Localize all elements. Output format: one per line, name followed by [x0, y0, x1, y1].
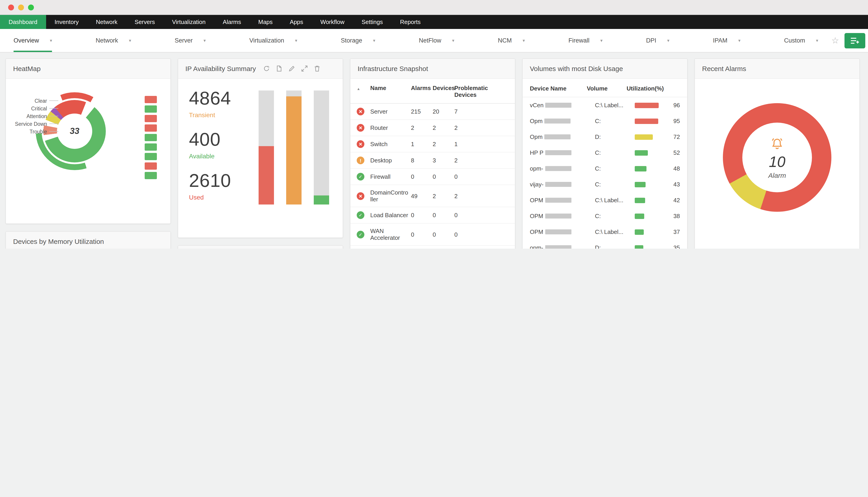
dashboard-tab[interactable]: Firewall ▾ — [569, 29, 603, 52]
chevron-down-icon[interactable]: ▾ — [816, 38, 818, 43]
table-row[interactable]: WAN Accelerator 0 0 0 — [350, 224, 515, 246]
dashboard-tab[interactable]: DPI ▾ — [646, 29, 669, 52]
table-row[interactable]: Wireless 0 0 0 — [350, 246, 515, 248]
main-nav-tab[interactable]: Network — [87, 15, 126, 29]
delete-icon[interactable] — [314, 65, 321, 72]
zoom-window-button[interactable] — [28, 4, 34, 10]
card-title: HeatMap — [13, 65, 41, 72]
table-row[interactable]: DomainController 49 2 2 — [350, 185, 515, 207]
table-row[interactable]: HP P C: 52 — [523, 145, 687, 161]
table-row[interactable]: Router 2 2 2 — [350, 120, 515, 136]
minimize-window-button[interactable] — [18, 4, 24, 10]
dashboard-tab-label: Firewall — [569, 37, 589, 44]
chevron-down-icon[interactable]: ▾ — [295, 38, 297, 43]
main-nav-tab[interactable]: Maps — [250, 15, 281, 29]
interfaces-errors-card: Interfaces by Errors and Discards Interf… — [178, 245, 343, 248]
card-title: Volumes with most Disk Usage — [530, 65, 623, 72]
chevron-down-icon[interactable]: ▾ — [452, 38, 454, 43]
table-row[interactable]: OPM C: 38 — [523, 208, 687, 224]
dashboard-tab[interactable]: Overview ▾ — [14, 29, 52, 52]
heat-cell[interactable] — [145, 172, 157, 179]
add-dashboard-button[interactable] — [844, 33, 865, 48]
bar[interactable] — [314, 90, 329, 204]
chevron-down-icon[interactable]: ▾ — [203, 38, 206, 43]
table-row[interactable]: opm- C: 48 — [523, 161, 687, 176]
main-nav-tab[interactable]: Settings — [353, 15, 392, 29]
dashboard-tab[interactable]: NetFlow ▾ — [419, 29, 454, 52]
table-row[interactable]: OPM C:\ Label... 37 — [523, 224, 687, 240]
main-nav-tab[interactable]: Virtualization — [163, 15, 214, 29]
table-row[interactable]: Load Balancer 0 0 0 — [350, 207, 515, 224]
table-row[interactable]: vCen C:\ Label... 96 — [523, 97, 687, 113]
table-row[interactable]: vijay- C: 43 — [523, 176, 687, 192]
close-window-button[interactable] — [8, 4, 14, 10]
column-header[interactable]: Device Name — [530, 85, 587, 92]
main-nav-tab[interactable]: Alarms — [214, 15, 250, 29]
bar[interactable] — [259, 90, 274, 204]
utilization-bar — [635, 166, 646, 171]
main-nav-tab[interactable]: Apps — [281, 15, 312, 29]
dashboard-tab[interactable]: Storage ▾ — [341, 29, 376, 52]
heat-cell[interactable] — [145, 134, 157, 141]
table-row[interactable]: Opm D: 72 — [523, 129, 687, 145]
table-row[interactable]: Firewall 0 0 0 — [350, 169, 515, 185]
chevron-down-icon[interactable]: ▾ — [523, 38, 525, 43]
heat-cell[interactable] — [145, 115, 157, 122]
main-nav-tab[interactable]: Inventory — [46, 15, 87, 29]
table-row[interactable]: Desktop 8 3 2 — [350, 153, 515, 169]
column-header[interactable]: Problematic Devices — [454, 85, 509, 98]
dashboard-tab-label: Network — [95, 37, 118, 44]
redacted-device-name — [544, 134, 571, 139]
legend-item: Attention — [8, 112, 58, 120]
table-row[interactable]: Server 215 20 7 — [350, 104, 515, 120]
card-title: Recent Alarms — [702, 65, 746, 72]
dashboard-tab[interactable]: Network ▾ — [95, 29, 131, 52]
column-header[interactable]: Volume — [587, 85, 627, 92]
utilization-bar — [635, 150, 648, 155]
heat-cell[interactable] — [145, 143, 157, 151]
chevron-down-icon[interactable]: ▾ — [600, 38, 603, 43]
column-header[interactable]: Devices — [433, 85, 454, 91]
favorite-star-icon[interactable]: ☆ — [832, 35, 839, 46]
table-row[interactable]: Opm C: 95 — [523, 113, 687, 129]
status-icon — [357, 124, 364, 132]
heat-cell[interactable] — [145, 105, 157, 113]
dashboard-tab[interactable]: IPAM ▾ — [713, 29, 740, 52]
heat-cell[interactable] — [145, 162, 157, 170]
ip-availability-bar-chart — [259, 90, 329, 204]
dashboard-tab[interactable]: Custom ▾ — [784, 29, 818, 52]
main-nav-tab[interactable]: Workflow — [312, 15, 353, 29]
bar[interactable] — [286, 90, 301, 204]
chevron-down-icon[interactable]: ▾ — [373, 38, 375, 43]
chevron-down-icon[interactable]: ▾ — [738, 38, 740, 43]
heat-cell[interactable] — [145, 153, 157, 160]
export-icon[interactable] — [276, 65, 282, 72]
expand-icon[interactable] — [301, 65, 308, 72]
main-nav-tab[interactable]: Dashboard — [0, 15, 46, 29]
dashboard-tab[interactable]: Virtualization ▾ — [249, 29, 297, 52]
card-title: Infrastructure Snapshot — [357, 65, 428, 72]
chevron-down-icon[interactable]: ▾ — [50, 38, 52, 43]
main-nav-tab[interactable]: Servers — [126, 15, 164, 29]
alarm-count: 10 — [769, 153, 785, 170]
dashboard-tab[interactable]: NCM ▾ — [498, 29, 525, 52]
redacted-device-name — [545, 182, 572, 187]
table-row[interactable]: opm- D: 35 — [523, 240, 687, 248]
column-header[interactable]: Utilization(%) — [627, 85, 680, 92]
column-header[interactable]: Alarms — [411, 85, 433, 91]
main-nav-tab[interactable]: Reports — [392, 15, 429, 29]
refresh-icon[interactable] — [263, 65, 270, 72]
edit-icon[interactable] — [289, 65, 295, 72]
dashboard-tab[interactable]: Server ▾ — [175, 29, 206, 52]
column-header[interactable]: Name — [370, 85, 411, 91]
sort-icon[interactable]: ▲ — [357, 87, 360, 91]
memory-utilization-card: Devices by Memory Utilization Device Nam… — [5, 231, 171, 248]
dashboard-tab-label: IPAM — [713, 37, 727, 44]
table-row[interactable]: OPM C:\ Label... 42 — [523, 192, 687, 208]
heat-cell[interactable] — [145, 124, 157, 132]
chevron-down-icon[interactable]: ▾ — [667, 38, 669, 43]
table-row[interactable]: Switch 1 2 1 — [350, 136, 515, 153]
heat-cell[interactable] — [145, 96, 157, 103]
alarm-severity-donut-chart[interactable]: 10 Alarm — [723, 103, 832, 212]
chevron-down-icon[interactable]: ▾ — [129, 38, 131, 43]
